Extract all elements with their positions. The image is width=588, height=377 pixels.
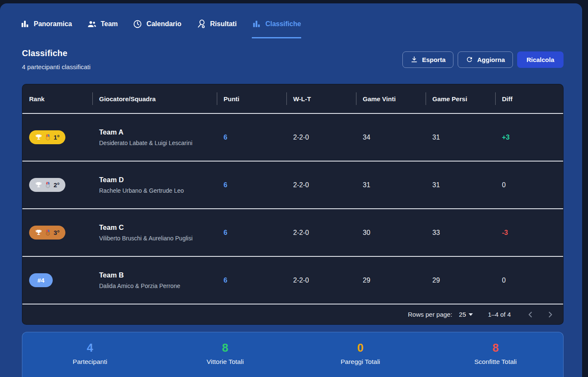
tab-risultati[interactable]: Risultati bbox=[197, 19, 237, 38]
trophy-icon bbox=[35, 134, 42, 141]
team-players: Rachele Urbano & Gertrude Leo bbox=[99, 187, 217, 194]
diff-cell: 0 bbox=[495, 277, 563, 284]
diff-cell: -3 bbox=[495, 229, 563, 237]
column-header-5: Game Vinti bbox=[356, 95, 426, 102]
tab-label: Panoramica bbox=[34, 20, 72, 28]
games-lost-cell: 33 bbox=[426, 229, 495, 237]
page-subtitle: 4 partecipanti classificati bbox=[22, 63, 91, 70]
tab-bar: Panoramica Team Calendario Risultati Cla… bbox=[20, 19, 582, 38]
trophy-icon bbox=[35, 181, 42, 188]
app-window: Panoramica Team Calendario Risultati Cla… bbox=[0, 3, 582, 377]
team-players: Viliberto Bruschi & Aureliano Puglisi bbox=[99, 235, 217, 242]
refresh-button-label: Aggiorna bbox=[477, 56, 505, 63]
page-header: Classifiche 4 partecipanti classificati … bbox=[22, 48, 564, 70]
trophy-icon bbox=[35, 229, 42, 236]
rank-label: 3° bbox=[54, 229, 59, 236]
games-won-cell: 31 bbox=[356, 181, 426, 189]
column-header-7: Diff bbox=[495, 95, 563, 102]
refresh-button[interactable]: Aggiorna bbox=[458, 51, 513, 68]
stat-label: Pareggi Totali bbox=[293, 358, 428, 366]
pagination-range: 1–4 of 4 bbox=[488, 311, 511, 318]
export-button-label: Esporta bbox=[422, 56, 445, 63]
points-cell: 6 bbox=[217, 134, 286, 141]
bar-chart-icon bbox=[252, 19, 261, 29]
team-players: Dalida Amico & Porzia Perrone bbox=[99, 283, 217, 289]
tab-calendario[interactable]: Calendario bbox=[133, 19, 181, 38]
points-cell: 6 bbox=[217, 229, 286, 237]
stat-item: 0 Pareggi Totali bbox=[293, 342, 428, 377]
stat-value: 8 bbox=[428, 342, 564, 355]
table-row: 2° Team D Rachele Urbano & Gertrude Leo … bbox=[22, 161, 563, 208]
stat-value: 8 bbox=[158, 342, 293, 355]
column-header-6: Game Persi bbox=[426, 95, 495, 102]
header-actions: Esporta Aggiorna Ricalcola bbox=[402, 51, 564, 68]
rank-label: 2° bbox=[54, 181, 59, 188]
column-header-3: Punti bbox=[217, 95, 286, 102]
next-page-button[interactable] bbox=[545, 309, 556, 320]
stat-label: Partecipanti bbox=[22, 358, 158, 366]
wlt-cell: 2-2-0 bbox=[286, 134, 356, 141]
rank-badge: 2° bbox=[29, 178, 65, 192]
standings-table: RankGiocatore/SquadraPuntiW-L-TGame Vint… bbox=[22, 84, 564, 325]
recalculate-button-label: Ricalcola bbox=[526, 56, 554, 63]
caret-down-icon bbox=[469, 313, 473, 316]
points-cell: 6 bbox=[217, 181, 286, 189]
stat-value: 0 bbox=[293, 342, 428, 355]
tab-label: Classifiche bbox=[265, 20, 301, 28]
rank-badge: 3° bbox=[29, 226, 65, 240]
bar-chart-icon bbox=[20, 19, 30, 29]
games-won-cell: 34 bbox=[356, 134, 426, 141]
rows-per-page-select[interactable]: 25 bbox=[459, 311, 473, 318]
tab-label: Team bbox=[101, 20, 118, 28]
table-body: 1° Team A Desiderato Labate & Luigi Lesc… bbox=[22, 113, 563, 304]
games-won-cell: 29 bbox=[356, 277, 426, 284]
stat-value: 4 bbox=[22, 342, 158, 355]
team-players: Desiderato Labate & Luigi Lescarini bbox=[99, 140, 217, 146]
column-header-2: Giocatore/Squadra bbox=[92, 95, 217, 102]
games-lost-cell: 29 bbox=[426, 277, 495, 284]
wlt-cell: 2-2-0 bbox=[286, 277, 356, 284]
team-name: Team C bbox=[99, 224, 217, 232]
rows-per-page-value: 25 bbox=[459, 311, 466, 318]
tab-team[interactable]: Team bbox=[87, 19, 118, 38]
points-cell: 6 bbox=[217, 277, 286, 284]
tab-panoramica[interactable]: Panoramica bbox=[20, 19, 72, 38]
games-won-cell: 30 bbox=[356, 229, 426, 237]
export-button[interactable]: Esporta bbox=[402, 51, 453, 68]
rank-label: 1° bbox=[54, 134, 59, 141]
team-name: Team D bbox=[99, 176, 217, 184]
tab-label: Calendario bbox=[146, 20, 181, 28]
team-name: Team B bbox=[99, 271, 217, 279]
rows-per-page-label: Rows per page: bbox=[408, 311, 452, 318]
pagination-bar: Rows per page: 25 1–4 of 4 bbox=[22, 304, 563, 324]
wlt-cell: 2-2-0 bbox=[286, 229, 356, 237]
table-header-row: RankGiocatore/SquadraPuntiW-L-TGame Vint… bbox=[22, 84, 563, 113]
people-icon bbox=[87, 19, 97, 29]
games-lost-cell: 31 bbox=[426, 134, 495, 141]
rank-badge: #4 bbox=[29, 273, 53, 287]
column-header-1: Rank bbox=[22, 95, 92, 102]
table-row: 3° Team C Viliberto Bruschi & Aureliano … bbox=[22, 208, 563, 256]
games-lost-cell: 31 bbox=[426, 181, 495, 189]
diff-cell: +3 bbox=[495, 134, 563, 141]
stat-item: 8 Vittorie Totali bbox=[158, 342, 293, 377]
summary-stats-bar: 4 Partecipanti 8 Vittorie Totali 0 Pareg… bbox=[22, 332, 564, 377]
page-title: Classifiche bbox=[22, 48, 91, 58]
team-name: Team A bbox=[99, 128, 217, 136]
medal-icon bbox=[45, 182, 51, 188]
table-row: 1° Team A Desiderato Labate & Luigi Lesc… bbox=[22, 113, 563, 161]
refresh-icon bbox=[466, 56, 473, 63]
recalculate-button[interactable]: Ricalcola bbox=[517, 51, 564, 68]
tab-classifiche[interactable]: Classifiche bbox=[252, 19, 301, 38]
racket-icon bbox=[197, 19, 206, 29]
diff-cell: 0 bbox=[495, 181, 563, 189]
download-icon bbox=[410, 56, 418, 63]
stat-item: 4 Partecipanti bbox=[22, 342, 158, 377]
medal-icon bbox=[45, 134, 51, 140]
column-header-4: W-L-T bbox=[286, 95, 356, 102]
stat-item: 8 Sconfitte Totali bbox=[428, 342, 564, 377]
medal-icon bbox=[45, 229, 51, 236]
stat-label: Sconfitte Totali bbox=[428, 358, 564, 366]
previous-page-button[interactable] bbox=[525, 309, 536, 320]
wlt-cell: 2-2-0 bbox=[286, 181, 356, 189]
